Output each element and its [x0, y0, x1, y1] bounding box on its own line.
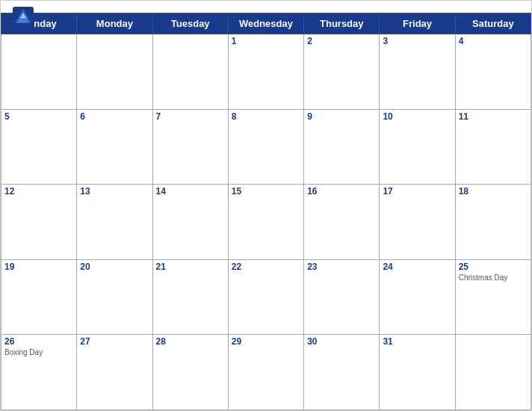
day-number: 23	[307, 262, 376, 272]
week-row-0: 1234	[1, 34, 531, 110]
day-number: 15	[232, 186, 300, 197]
day-number: 7	[156, 111, 225, 122]
day-number: 1	[232, 36, 300, 46]
week-row-2: 12131415161718	[1, 185, 531, 260]
day-cell: 2	[304, 34, 380, 110]
day-number: 17	[383, 186, 451, 197]
day-number: 29	[232, 336, 300, 347]
day-cell: 18	[455, 185, 531, 260]
day-cell: 1	[228, 34, 303, 110]
weekday-header-wednesday: Wednesday	[228, 13, 303, 34]
day-number: 26	[4, 336, 73, 347]
day-cell: 14	[152, 185, 228, 260]
day-number: 10	[383, 111, 451, 122]
day-cell: 4	[455, 34, 531, 110]
weekday-header-saturday: Saturday	[455, 13, 531, 34]
day-cell: 15	[228, 185, 303, 260]
day-cell: 3	[380, 34, 455, 110]
weekday-header-friday: Friday	[380, 13, 455, 34]
day-cell: 29	[228, 335, 303, 410]
day-number: 30	[307, 336, 376, 347]
day-number: 24	[383, 262, 451, 272]
day-cell: 22	[228, 259, 303, 335]
day-cell: 25Christmas Day	[455, 259, 531, 335]
week-row-4: 26Boxing Day2728293031	[1, 335, 531, 410]
day-number: 18	[459, 186, 528, 197]
day-cell: 5	[1, 109, 77, 185]
day-cell: 23	[304, 259, 380, 335]
day-cell: 31	[380, 335, 455, 410]
day-cell: 16	[304, 185, 380, 260]
day-number: 9	[307, 111, 376, 122]
calendar-wrapper: SundayMondayTuesdayWednesdayThursdayFrid…	[0, 0, 532, 411]
day-number: 28	[156, 336, 225, 347]
day-number: 16	[307, 186, 376, 197]
logo-icon	[13, 7, 34, 28]
day-number: 5	[4, 111, 73, 122]
day-number: 22	[232, 262, 300, 272]
week-row-1: 567891011	[1, 109, 531, 185]
day-cell: 10	[380, 109, 455, 185]
day-number: 3	[383, 36, 451, 46]
day-number: 19	[4, 262, 73, 272]
day-number: 31	[383, 336, 451, 347]
day-number: 11	[459, 111, 528, 122]
day-number: 20	[80, 262, 149, 272]
day-cell: 20	[77, 259, 152, 335]
day-cell	[455, 335, 531, 410]
day-cell: 6	[77, 109, 152, 185]
week-row-3: 19202122232425Christmas Day	[1, 259, 531, 335]
logo	[13, 7, 37, 28]
day-cell: 21	[152, 259, 228, 335]
day-number: 13	[80, 186, 149, 197]
weekday-header-monday: Monday	[77, 13, 152, 34]
calendar-table: SundayMondayTuesdayWednesdayThursdayFrid…	[1, 13, 531, 410]
day-number: 25	[459, 262, 528, 272]
day-cell	[1, 34, 77, 110]
day-cell: 24	[380, 259, 455, 335]
day-cell: 27	[77, 335, 152, 410]
day-number: 12	[4, 186, 73, 197]
day-number: 21	[156, 262, 225, 272]
day-number: 2	[307, 36, 376, 46]
holiday-label: Boxing Day	[4, 348, 73, 356]
day-number: 8	[232, 111, 300, 122]
calendar-tbody: 1234567891011121314151617181920212223242…	[1, 34, 531, 410]
weekday-header-thursday: Thursday	[304, 13, 380, 34]
day-cell: 28	[152, 335, 228, 410]
day-number: 14	[156, 186, 225, 197]
day-cell: 19	[1, 259, 77, 335]
day-number: 27	[80, 336, 149, 347]
day-cell: 8	[228, 109, 303, 185]
calendar-header	[1, 1, 531, 13]
weekday-header-row: SundayMondayTuesdayWednesdayThursdayFrid…	[1, 13, 531, 34]
day-cell: 30	[304, 335, 380, 410]
weekday-header-tuesday: Tuesday	[152, 13, 228, 34]
calendar-thead: SundayMondayTuesdayWednesdayThursdayFrid…	[1, 13, 531, 34]
day-cell: 7	[152, 109, 228, 185]
day-cell: 9	[304, 109, 380, 185]
day-cell: 12	[1, 185, 77, 260]
day-cell	[152, 34, 228, 110]
day-cell: 17	[380, 185, 455, 260]
day-number: 6	[80, 111, 149, 122]
day-number: 4	[459, 36, 528, 46]
day-cell: 26Boxing Day	[1, 335, 77, 410]
day-cell	[77, 34, 152, 110]
day-cell: 13	[77, 185, 152, 260]
day-cell: 11	[455, 109, 531, 185]
holiday-label: Christmas Day	[459, 274, 528, 282]
